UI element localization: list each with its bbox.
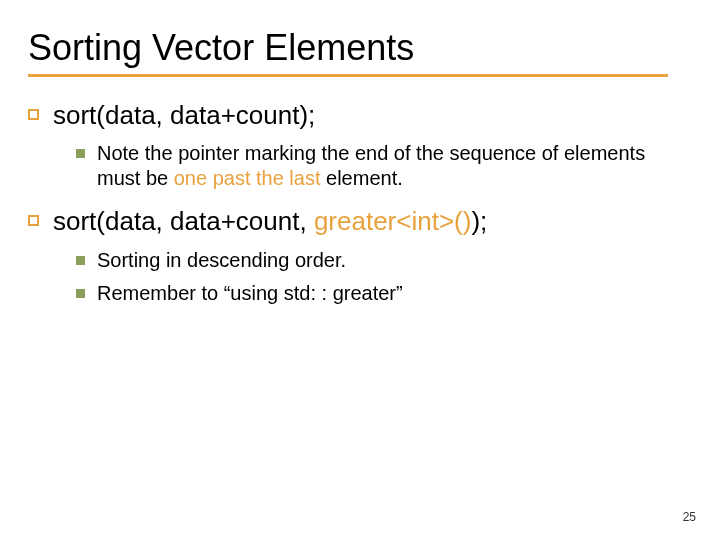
list-item-text: sort(data, data+count);: [53, 99, 315, 132]
text-run-accent: one past the last: [174, 167, 321, 189]
page-number: 25: [683, 510, 696, 524]
list-subitem-text: Sorting in descending order.: [97, 248, 346, 273]
text-run: );: [471, 206, 487, 236]
text-run-accent: greater<int>(): [314, 206, 472, 236]
list-subitem: Sorting in descending order.: [76, 248, 680, 273]
list-item-text: sort(data, data+count, greater<int>());: [53, 205, 487, 238]
square-bullet-icon: [76, 256, 85, 265]
square-bullet-icon: [28, 109, 39, 120]
list-subitem: Note the pointer marking the end of the …: [76, 141, 680, 191]
title-underline: [28, 74, 668, 77]
list-subitem-text: Note the pointer marking the end of the …: [97, 141, 657, 191]
text-run: element.: [320, 167, 402, 189]
square-bullet-icon: [76, 149, 85, 158]
list-subitem-text: Remember to “using std: : greater”: [97, 281, 403, 306]
list-subitem: Remember to “using std: : greater”: [76, 281, 680, 306]
square-bullet-icon: [76, 289, 85, 298]
list-item: sort(data, data+count, greater<int>());: [28, 205, 680, 238]
square-bullet-icon: [28, 215, 39, 226]
list-item: sort(data, data+count);: [28, 99, 680, 132]
slide-title: Sorting Vector Elements: [28, 28, 680, 68]
slide: Sorting Vector Elements sort(data, data+…: [0, 0, 720, 540]
text-run: sort(data, data+count,: [53, 206, 314, 236]
